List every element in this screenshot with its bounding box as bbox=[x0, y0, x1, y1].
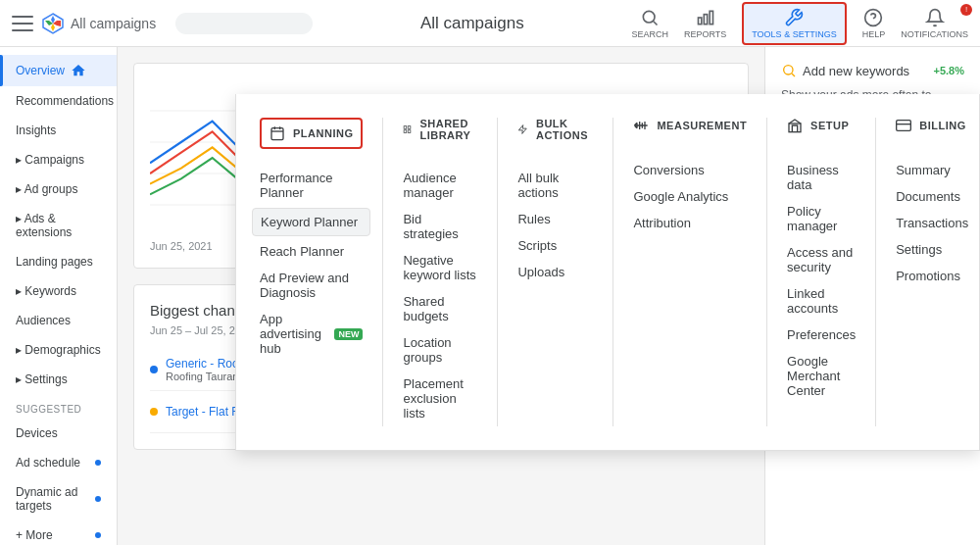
dropdown-item-all-bulk[interactable]: All bulk actions bbox=[517, 165, 593, 206]
help-nav-item[interactable]: HELP bbox=[862, 8, 886, 39]
reports-icon bbox=[696, 8, 715, 27]
dropdown-item-attribution[interactable]: Attribution bbox=[633, 210, 747, 236]
sidebar-item-keywords[interactable]: ▸ Keywords bbox=[0, 276, 117, 306]
dropdown-item-placement-exclusions[interactable]: Placement exclusion lists bbox=[403, 371, 477, 426]
search-bar[interactable] bbox=[175, 13, 313, 34]
dropdown-item-policy-manager[interactable]: Policy manager bbox=[787, 198, 856, 239]
reports-nav-item[interactable]: REPORTS bbox=[684, 8, 726, 39]
planning-header: PLANNING bbox=[260, 118, 363, 149]
dropdown-item-bid-strategies[interactable]: Bid strategies bbox=[403, 206, 477, 247]
ad-schedule-dot bbox=[95, 460, 101, 466]
calendar-icon bbox=[270, 125, 285, 141]
sidebar-item-overview[interactable]: Overview bbox=[0, 55, 117, 86]
building-icon bbox=[787, 118, 803, 133]
dropdown-item-location-groups[interactable]: Location groups bbox=[403, 329, 477, 371]
sidebar-item-adgroups[interactable]: ▸ Ad groups bbox=[0, 174, 117, 204]
dropdown-item-reach-planner[interactable]: Reach Planner bbox=[260, 238, 363, 265]
reports-nav-label: REPORTS bbox=[684, 29, 726, 39]
sidebar-item-dynamic-ad[interactable]: Dynamic ad targets bbox=[0, 477, 117, 520]
tools-icon bbox=[784, 8, 804, 27]
sidebar-item-devices[interactable]: Devices bbox=[0, 419, 117, 448]
sidebar-item-audiences[interactable]: Audiences bbox=[0, 306, 117, 335]
dropdown-item-transactions[interactable]: Transactions bbox=[896, 210, 968, 236]
svg-rect-18 bbox=[405, 130, 408, 133]
chart-date-start: Jun 25, 2021 bbox=[150, 240, 213, 252]
top-bar-right: SEARCH REPORTS TOOLS & SETTINGS HELP NOT… bbox=[631, 2, 968, 45]
content-wrapper: PLANNING Performance Planner Keyword Pla… bbox=[118, 47, 980, 545]
notifications-nav-item[interactable]: NOTIFICATIONS bbox=[901, 8, 968, 39]
svg-marker-1 bbox=[51, 16, 55, 24]
dropdown-item-google-merchant[interactable]: Google Merchant Center bbox=[787, 348, 856, 404]
adgroups-label: ▸ Ad groups bbox=[16, 182, 77, 196]
dropdown-item-preferences[interactable]: Preferences bbox=[787, 322, 856, 348]
dropdown-item-app-hub[interactable]: App advertising hub NEW bbox=[260, 306, 363, 362]
dropdown-item-ad-preview[interactable]: Ad Preview and Diagnosis bbox=[260, 265, 363, 306]
sidebar-item-more[interactable]: + More bbox=[0, 520, 117, 545]
dynamic-ad-dot bbox=[95, 496, 101, 502]
right-panel-title-text: Add new keywords bbox=[803, 64, 909, 78]
svg-line-29 bbox=[792, 74, 795, 76]
dropdown-item-google-analytics[interactable]: Google Analytics bbox=[633, 183, 747, 210]
overview-label: Overview bbox=[16, 64, 65, 77]
dropdown-item-linked-accounts[interactable]: Linked accounts bbox=[787, 280, 856, 322]
hamburger-menu[interactable] bbox=[12, 13, 33, 34]
ads-extensions-label: ▸ Ads & extensions bbox=[16, 212, 101, 239]
svg-rect-9 bbox=[710, 11, 712, 24]
sidebar-item-recommendations[interactable]: Recommendations bbox=[0, 86, 117, 116]
sidebar: Overview Recommendations Insights ▸ Camp… bbox=[0, 47, 118, 545]
dropdown-item-neg-keywords[interactable]: Negative keyword lists bbox=[403, 247, 477, 288]
dropdown-item-performance-planner[interactable]: Performance Planner bbox=[260, 165, 363, 206]
setup-label: SETUP bbox=[810, 120, 849, 131]
shared-library-label: SHARED LIBRARY bbox=[419, 118, 477, 141]
dropdown-item-audience-manager[interactable]: Audience manager bbox=[403, 165, 477, 206]
dropdown-item-rules[interactable]: Rules bbox=[517, 206, 593, 232]
google-ads-logo: All campaigns bbox=[41, 12, 156, 35]
dynamic-ad-label: Dynamic ad targets bbox=[16, 485, 89, 513]
lightning-icon bbox=[517, 122, 528, 137]
bulk-actions-header: BULK ACTIONS bbox=[517, 118, 593, 149]
dropdown-item-billing-settings[interactable]: Settings bbox=[896, 236, 968, 263]
svg-point-28 bbox=[784, 66, 793, 74]
sidebar-item-ad-schedule[interactable]: Ad schedule bbox=[0, 448, 117, 477]
shared-library-icon bbox=[403, 122, 412, 137]
billing-header: BILLING bbox=[896, 118, 968, 141]
tools-nav-label: TOOLS & SETTINGS bbox=[752, 29, 836, 39]
more-dot bbox=[95, 532, 101, 538]
campaigns-label: ▸ Campaigns bbox=[16, 153, 84, 167]
sidebar-item-insights[interactable]: Insights bbox=[0, 116, 117, 145]
sidebar-item-ads-extensions[interactable]: ▸ Ads & extensions bbox=[0, 204, 117, 247]
bulk-actions-label: BULK ACTIONS bbox=[536, 118, 593, 141]
change-row-2-dot bbox=[150, 408, 158, 416]
logo-text: All campaigns bbox=[71, 16, 156, 31]
google-ads-logo-icon bbox=[41, 12, 65, 35]
dropdown-item-uploads[interactable]: Uploads bbox=[517, 259, 593, 285]
search-circle-icon bbox=[781, 63, 797, 78]
dropdown-item-summary[interactable]: Summary bbox=[896, 157, 968, 183]
dropdown-item-keyword-planner[interactable]: Keyword Planner bbox=[252, 208, 370, 236]
sidebar-section-suggested: Suggested bbox=[0, 394, 117, 419]
svg-marker-2 bbox=[51, 24, 55, 31]
ad-schedule-label: Ad schedule bbox=[16, 456, 80, 470]
search-nav-item[interactable]: SEARCH bbox=[631, 8, 668, 39]
tools-nav-item[interactable]: TOOLS & SETTINGS bbox=[742, 2, 846, 45]
dropdown-item-access-security[interactable]: Access and security bbox=[787, 239, 856, 280]
sidebar-item-campaigns[interactable]: ▸ Campaigns bbox=[0, 145, 117, 174]
svg-rect-8 bbox=[704, 14, 707, 24]
dropdown-item-conversions[interactable]: Conversions bbox=[633, 157, 747, 183]
devices-label: Devices bbox=[16, 426, 58, 440]
sidebar-item-demographics[interactable]: ▸ Demographics bbox=[0, 335, 117, 365]
new-badge: NEW bbox=[334, 328, 363, 340]
sidebar-item-settings[interactable]: ▸ Settings bbox=[0, 365, 117, 394]
dropdown-item-scripts[interactable]: Scripts bbox=[517, 232, 593, 259]
dropdown-item-business-data[interactable]: Business data bbox=[787, 157, 856, 198]
svg-rect-17 bbox=[409, 126, 412, 129]
ruler-icon bbox=[633, 118, 649, 133]
insights-label: Insights bbox=[16, 124, 56, 137]
dropdown-item-documents[interactable]: Documents bbox=[896, 183, 968, 210]
landing-pages-label: Landing pages bbox=[16, 255, 93, 269]
notifications-nav-label: NOTIFICATIONS bbox=[901, 29, 968, 39]
dropdown-item-shared-budgets[interactable]: Shared budgets bbox=[403, 288, 477, 329]
sidebar-item-landing-pages[interactable]: Landing pages bbox=[0, 247, 117, 276]
dropdown-menu: PLANNING Performance Planner Keyword Pla… bbox=[235, 94, 980, 451]
dropdown-item-promotions[interactable]: Promotions bbox=[896, 263, 968, 289]
